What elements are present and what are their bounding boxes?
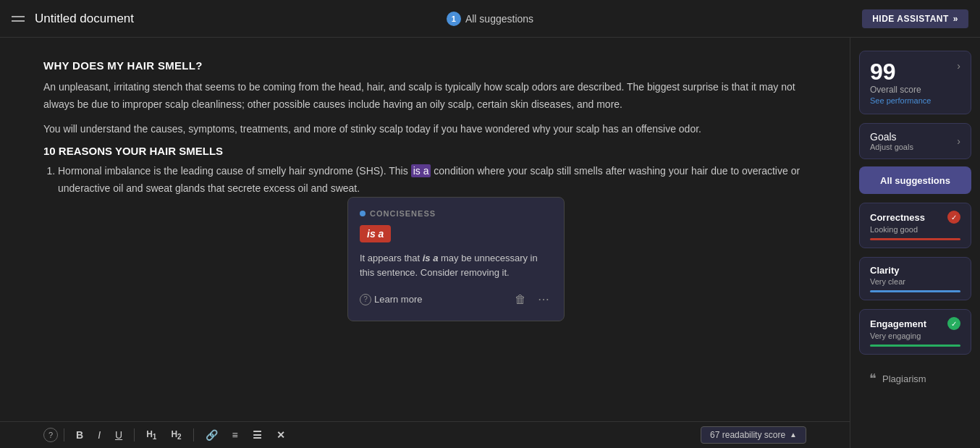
- plagiarism-label: Plagiarism: [882, 373, 926, 384]
- correctness-bar: [870, 238, 960, 240]
- engagement-metric: Engagement ✓ Very engaging: [859, 309, 971, 355]
- score-number: 99: [870, 60, 931, 83]
- toolbar-separator-1: [64, 428, 64, 441]
- engagement-status: Very engaging: [870, 331, 960, 340]
- clarity-header: Clarity: [870, 265, 960, 276]
- score-right: ›: [957, 60, 960, 72]
- italic-button[interactable]: I: [92, 426, 106, 444]
- score-card[interactable]: 99 Overall score See performance ›: [859, 51, 971, 114]
- editor-paragraph-1: An unpleasant, irritating stench that se…: [43, 79, 806, 114]
- highlighted-text: is a: [411, 164, 431, 177]
- menu-icon[interactable]: [12, 16, 26, 22]
- goals-chevron-icon: ›: [957, 135, 960, 147]
- toolbar-separator-2: [134, 428, 135, 441]
- unordered-list-button[interactable]: ☰: [247, 426, 268, 444]
- engagement-bar: [870, 345, 960, 347]
- correctness-name: Correctness: [870, 212, 925, 223]
- plagiarism-icon: ❝: [869, 371, 876, 386]
- category-dot: [360, 211, 366, 216]
- editor-wrapper: WHY DOES MY HAIR SMELL? An unpleasant, i…: [0, 38, 850, 421]
- clarity-status: Very clear: [870, 277, 960, 286]
- h2-button[interactable]: H2: [165, 426, 187, 444]
- editor-content[interactable]: WHY DOES MY HAIR SMELL? An unpleasant, i…: [0, 38, 850, 215]
- toolbar-separator-3: [193, 428, 194, 441]
- all-suggestions-tab[interactable]: All suggestions: [859, 166, 971, 194]
- help-button[interactable]: ?: [43, 428, 58, 442]
- clarity-name: Clarity: [870, 265, 899, 276]
- all-suggestions-tab-label: All suggestions: [880, 175, 950, 186]
- editor-list: Hormonal imbalance is the leading cause …: [43, 163, 806, 198]
- readability-arrow-icon: ▲: [790, 431, 797, 439]
- underline-button[interactable]: U: [109, 426, 128, 444]
- popup-icon-group: 🗑 ⋯: [512, 289, 552, 309]
- editor-heading-1: WHY DOES MY HAIR SMELL?: [43, 59, 806, 72]
- suggestion-popup: CONCISENESS is a It appears that is a ma…: [347, 197, 565, 321]
- clear-format-button[interactable]: ✕: [271, 426, 291, 444]
- help-icon: ?: [360, 294, 371, 305]
- suggestions-label: All suggestions: [465, 13, 533, 25]
- engagement-header: Engagement ✓: [870, 317, 960, 330]
- goals-label: Goals: [870, 131, 913, 143]
- learn-more-button[interactable]: ? Learn more: [360, 294, 422, 305]
- list-item-text-before: Hormonal imbalance is the leading cause …: [58, 165, 411, 177]
- hide-assistant-button[interactable]: HIDE ASSISTANT »: [862, 9, 968, 28]
- score-left: 99 Overall score See performance: [870, 60, 931, 105]
- all-suggestions-badge[interactable]: 1 All suggestions: [447, 12, 533, 26]
- goals-sub: Adjust goals: [870, 143, 913, 151]
- ordered-list-button[interactable]: ≡: [227, 426, 244, 444]
- delete-suggestion-button[interactable]: 🗑: [512, 289, 529, 309]
- editor-area: WHY DOES MY HAIR SMELL? An unpleasant, i…: [0, 38, 850, 448]
- more-options-button[interactable]: ⋯: [535, 289, 552, 309]
- popup-category-label: CONCISENESS: [370, 209, 436, 218]
- editor-heading-2: 10 REASONS YOUR HAIR SMELLS: [43, 145, 806, 157]
- topbar: Untitled document 1 All suggestions HIDE…: [0, 0, 980, 38]
- bold-button[interactable]: B: [70, 426, 89, 444]
- see-performance-link[interactable]: See performance: [870, 96, 931, 105]
- score-chevron-icon: ›: [957, 60, 960, 72]
- correctness-metric: Correctness ✓ Looking good: [859, 203, 971, 248]
- clarity-metric: Clarity Very clear: [859, 257, 971, 300]
- popup-tag: is a: [360, 225, 391, 242]
- readability-badge[interactable]: 67 readability score ▲: [701, 426, 806, 444]
- engagement-name: Engagement: [870, 318, 926, 329]
- goals-left: Goals Adjust goals: [870, 131, 913, 151]
- document-title: Untitled document: [35, 12, 134, 26]
- popup-category-row: CONCISENESS: [360, 209, 552, 218]
- popup-actions: ? Learn more 🗑 ⋯: [360, 289, 552, 309]
- list-item: Hormonal imbalance is the leading cause …: [58, 163, 806, 198]
- correctness-check-icon: ✓: [947, 211, 960, 224]
- clarity-bar: [870, 290, 960, 292]
- readability-score-text: 67 readability score: [710, 430, 785, 440]
- plagiarism-item[interactable]: ❝ Plagiarism: [859, 363, 971, 394]
- topbar-left: Untitled document: [12, 12, 447, 26]
- h1-button[interactable]: H1: [140, 426, 162, 444]
- link-button[interactable]: 🔗: [200, 426, 224, 444]
- editor-toolbar: ? B I U H1 H2 🔗 ≡ ☰ ✕ 67 readability sco…: [0, 421, 850, 448]
- engagement-check-icon: ✓: [947, 317, 960, 330]
- score-label: Overall score: [870, 85, 931, 95]
- correctness-status: Looking good: [870, 225, 960, 234]
- popup-description: It appears that is a may be unnecessary …: [360, 251, 552, 279]
- chevron-right-icon: »: [953, 14, 958, 24]
- topbar-center: 1 All suggestions: [447, 12, 533, 26]
- right-sidebar: 99 Overall score See performance › Goals…: [850, 38, 980, 448]
- suggestions-count: 1: [447, 12, 461, 26]
- editor-paragraph-2: You will understand the causes, symptoms…: [43, 121, 806, 138]
- main-area: WHY DOES MY HAIR SMELL? An unpleasant, i…: [0, 38, 980, 448]
- goals-card[interactable]: Goals Adjust goals ›: [859, 123, 971, 159]
- topbar-right: HIDE ASSISTANT »: [533, 9, 968, 28]
- correctness-header: Correctness ✓: [870, 211, 960, 224]
